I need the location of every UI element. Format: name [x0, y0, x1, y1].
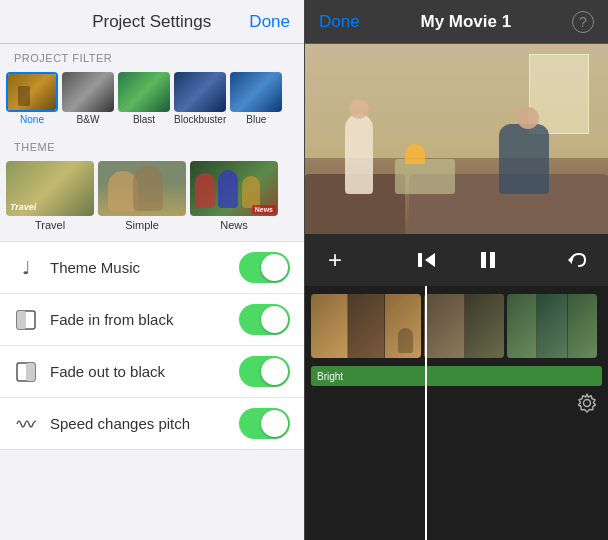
- skip-back-icon: [415, 249, 437, 271]
- svg-rect-6: [481, 252, 486, 268]
- toggle-fade-out-row: Fade out to black: [0, 346, 304, 398]
- filter-blue[interactable]: Blue: [230, 72, 282, 125]
- person2-head: [517, 107, 539, 129]
- filter-bw[interactable]: B&W: [62, 72, 114, 125]
- theme-simple-label: Simple: [125, 219, 159, 231]
- theme-news[interactable]: News News: [190, 161, 278, 231]
- left-title: Project Settings: [54, 12, 249, 32]
- filter-blue-thumb: [230, 72, 282, 112]
- left-panel: Project Settings Done PROJECT FILTER Non…: [0, 0, 304, 540]
- timeline-clip-3[interactable]: [507, 294, 597, 358]
- filter-blast-label: Blast: [133, 114, 155, 125]
- toggle-section: ♩ Theme Music Fade in from black: [0, 241, 304, 450]
- svg-rect-1: [17, 311, 26, 329]
- left-header: Project Settings Done: [0, 0, 304, 44]
- filter-blast-thumb: [118, 72, 170, 112]
- undo-button[interactable]: [562, 244, 594, 276]
- clip-frame: [507, 294, 537, 358]
- toggle-fade-out-switch[interactable]: [239, 356, 290, 387]
- clip-frame: [465, 294, 505, 358]
- toggle-fade-out-label: Fade out to black: [50, 363, 239, 380]
- right-panel: Done My Movie 1 ? +: [304, 0, 608, 540]
- clip-frame: [537, 294, 567, 358]
- svg-rect-5: [418, 253, 422, 267]
- timeline-bottom: [305, 386, 608, 425]
- theme-simple[interactable]: Simple: [98, 161, 186, 231]
- timeline[interactable]: Bright: [305, 286, 608, 540]
- help-icon: ?: [579, 14, 587, 30]
- theme-travel[interactable]: Travel Travel: [6, 161, 94, 231]
- left-done-button[interactable]: Done: [249, 12, 290, 32]
- filter-blast[interactable]: Blast: [118, 72, 170, 125]
- theme-travel-label: Travel: [35, 219, 65, 231]
- clip-frame: [424, 294, 465, 358]
- filter-blockbuster-thumb: [174, 72, 226, 112]
- fade-out-icon: [14, 360, 38, 384]
- svg-point-9: [584, 400, 591, 407]
- project-filter-label: PROJECT FILTER: [0, 44, 304, 68]
- toggle-speed-pitch-row: Speed changes pitch: [0, 398, 304, 449]
- video-preview: [305, 44, 608, 234]
- theme-row: Travel Travel Simple News News: [0, 157, 304, 239]
- help-button[interactable]: ?: [572, 11, 594, 33]
- right-title: My Movie 1: [420, 12, 511, 32]
- svg-marker-8: [568, 256, 572, 264]
- cake: [405, 144, 425, 164]
- theme-section-label: THEME: [0, 133, 304, 157]
- theme-news-label: News: [220, 219, 248, 231]
- toggle-fade-in-switch[interactable]: [239, 304, 290, 335]
- fade-in-icon: [14, 308, 38, 332]
- clip-person-silhouette: [398, 328, 413, 353]
- filter-none[interactable]: None: [6, 72, 58, 125]
- timeline-clip-1[interactable]: [311, 294, 421, 358]
- right-done-button[interactable]: Done: [319, 12, 360, 32]
- filter-none-thumb: [6, 72, 58, 112]
- playhead: [425, 286, 427, 540]
- undo-icon: [567, 249, 589, 271]
- right-header: Done My Movie 1 ?: [305, 0, 608, 44]
- toggle-speed-pitch-switch[interactable]: [239, 408, 290, 439]
- filter-bw-thumb: [62, 72, 114, 112]
- toggle-theme-music-row: ♩ Theme Music: [0, 242, 304, 294]
- playback-controls: +: [305, 234, 608, 286]
- person2-body: [499, 124, 549, 194]
- toggle-speed-pitch-label: Speed changes pitch: [50, 415, 239, 432]
- toggle-fade-in-row: Fade in from black: [0, 294, 304, 346]
- filter-blockbuster-label: Blockbuster: [174, 114, 226, 125]
- person1-body: [345, 114, 373, 194]
- skip-back-button[interactable]: [410, 244, 442, 276]
- theme-travel-thumb: Travel: [6, 161, 94, 216]
- timeline-clip-2[interactable]: [424, 294, 504, 358]
- filter-none-label: None: [20, 114, 44, 125]
- room-background: [305, 44, 608, 234]
- theme-simple-thumb: [98, 161, 186, 216]
- clip-frame: [311, 294, 348, 358]
- pause-button[interactable]: [472, 244, 504, 276]
- filter-blockbuster[interactable]: Blockbuster: [174, 72, 226, 125]
- filter-row: None B&W Blast Blockbuster: [0, 68, 304, 133]
- toggle-theme-music-label: Theme Music: [50, 259, 239, 276]
- table: [395, 159, 455, 194]
- toggle-fade-in-label: Fade in from black: [50, 311, 239, 328]
- svg-rect-3: [26, 363, 35, 381]
- timeline-track: [305, 286, 608, 366]
- pause-icon: [477, 249, 499, 271]
- filter-blue-label: Blue: [246, 114, 266, 125]
- music-icon: ♩: [14, 256, 38, 280]
- add-button[interactable]: +: [319, 244, 351, 276]
- person1-head: [349, 99, 369, 119]
- speed-pitch-icon: [14, 412, 38, 436]
- gear-icon: [576, 392, 598, 414]
- clip-frame: [348, 294, 385, 358]
- theme-news-thumb: News: [190, 161, 278, 216]
- audio-track[interactable]: Bright: [311, 366, 602, 386]
- svg-rect-7: [490, 252, 495, 268]
- toggle-theme-music-switch[interactable]: [239, 252, 290, 283]
- svg-marker-4: [425, 253, 435, 267]
- filter-bw-label: B&W: [77, 114, 100, 125]
- gear-button[interactable]: [576, 392, 598, 419]
- add-icon: +: [328, 246, 342, 274]
- clip-frame: [568, 294, 597, 358]
- audio-track-label: Bright: [317, 371, 343, 382]
